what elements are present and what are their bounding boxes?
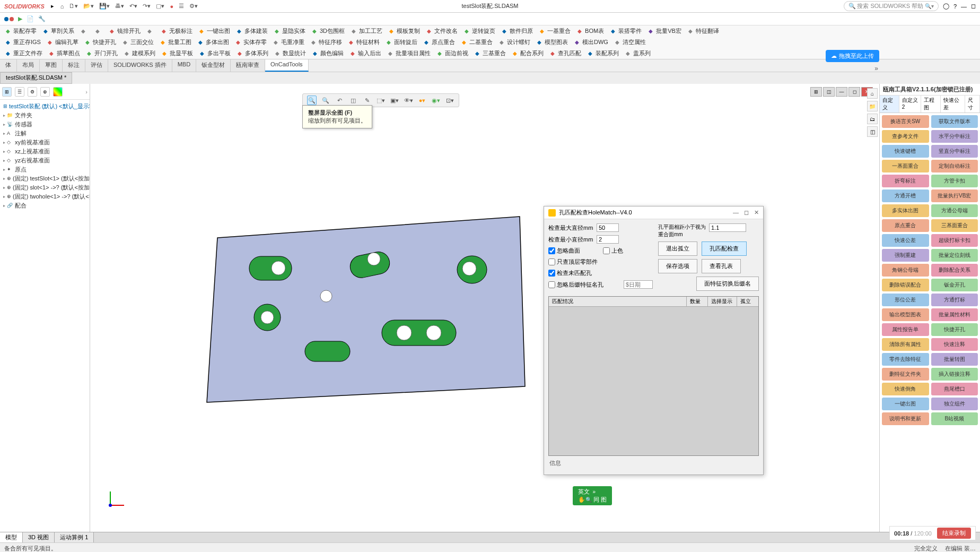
zoom-area-icon[interactable]: 🔍 xyxy=(321,96,330,105)
ribbon-cmd[interactable]: ◆文件改名 xyxy=(423,27,460,36)
save-icon[interactable]: 💾▾ xyxy=(99,3,110,10)
toolbox-button[interactable]: 快速键槽 xyxy=(882,145,929,158)
tree-item[interactable]: ▸🔗配合 xyxy=(2,201,88,210)
ribbon-cmd[interactable]: ◆逆转旋页 xyxy=(461,27,497,36)
ribbon-cmd[interactable]: ◆建模系列 xyxy=(121,49,158,58)
save-options-button[interactable]: 保存选项 xyxy=(658,259,697,273)
display-manager-icon[interactable] xyxy=(53,87,63,97)
toolbox-button[interactable]: 插入链接注释 xyxy=(931,368,978,381)
ribbon-cmd[interactable]: ◆原点重合 xyxy=(421,38,457,47)
motion-tab[interactable]: 3D 视图 xyxy=(23,532,55,542)
ribbon-cmd[interactable]: ◆毛重净重 xyxy=(270,38,307,47)
vp-restore-icon[interactable]: ◻ xyxy=(848,87,860,97)
col-select-show[interactable]: 选择显示 xyxy=(708,297,737,306)
ribbon-cmd[interactable]: ◆ xyxy=(92,27,105,36)
toolbox-button[interactable]: 零件去除特征 xyxy=(882,353,929,366)
toolbox-button[interactable]: 清除所有属性 xyxy=(882,338,929,351)
toolbox-button[interactable]: 超级打标卡扣 xyxy=(931,234,978,247)
base-plate[interactable] xyxy=(207,217,525,402)
ribbon-cmd[interactable]: ◆特征翻译 xyxy=(685,27,721,36)
ribbon-cmd[interactable]: ◆编辑孔草 xyxy=(44,38,81,47)
tree-item[interactable]: ▸⊕(固定) testSlot<1> (默认<按加工… xyxy=(2,174,88,183)
tree-expand-icon[interactable]: ▸ xyxy=(3,158,5,163)
hole-5a[interactable] xyxy=(397,325,412,340)
macro-play-icon[interactable]: ▶ xyxy=(18,15,22,22)
macro-tool-icon[interactable]: 🔧 xyxy=(38,15,46,22)
ribbon-cmd[interactable]: ◆特征材料 xyxy=(345,38,382,47)
ribbon-cmd[interactable]: ◆面边前视 xyxy=(434,49,470,58)
toolbox-tab[interactable]: 工程图 xyxy=(921,96,941,113)
upload-badge[interactable]: ☁ 拖拽至此上传 xyxy=(826,50,879,62)
ribbon-cmd[interactable]: ◆一基重合 xyxy=(536,27,573,36)
ribbon-cmd[interactable]: ◆查孔匹配 xyxy=(547,49,583,58)
toolbox-button[interactable]: 方管卡扣 xyxy=(931,175,978,187)
view-palette-icon[interactable]: ◫ xyxy=(867,126,878,137)
ribbon-cmd[interactable]: ◆三基重合 xyxy=(471,49,508,58)
command-tab[interactable]: 钣金型材 xyxy=(196,59,231,72)
document-tab[interactable]: testSlot装配.SLDASM * xyxy=(0,72,72,84)
toolbox-button[interactable]: 获取文件版本 xyxy=(931,115,978,128)
date-input[interactable] xyxy=(624,280,653,289)
select-icon[interactable]: ▢▾ xyxy=(156,3,164,10)
macro-edit-icon[interactable]: 📄 xyxy=(27,15,34,22)
tree-item[interactable]: ▸📁文件夹 xyxy=(2,111,88,120)
restore-icon[interactable]: ◻ xyxy=(971,3,976,10)
search-input[interactable]: 🔍 搜索 SOLIDWORKS 帮助 🔍▾ xyxy=(844,1,939,11)
dialog-maximize-icon[interactable]: ◻ xyxy=(744,209,749,216)
max-diameter-input[interactable] xyxy=(597,223,619,232)
exit-isolate-button[interactable]: 退出孤立 xyxy=(658,242,697,256)
toolbox-button[interactable]: 说明书和更新 xyxy=(882,412,929,425)
tree-item[interactable]: ▸📡传感器 xyxy=(2,120,88,129)
ime-indicator[interactable]: 英文 » ✋🔍 同 图 xyxy=(573,486,612,505)
top-only-check[interactable] xyxy=(548,258,555,265)
ribbon-cmd[interactable]: ◆颜色编辑 xyxy=(309,49,346,58)
toolbox-button[interactable]: 批量执行VB宏 xyxy=(931,189,978,202)
minimize-icon[interactable]: — xyxy=(961,3,967,10)
toolbox-button[interactable]: 一键出图 xyxy=(882,398,929,410)
command-tab[interactable]: 草图 xyxy=(40,59,63,72)
toolbox-tab[interactable]: 尺寸 xyxy=(965,96,980,113)
ribbon-cmd[interactable]: ◆多体出图 xyxy=(195,38,231,47)
hole-4[interactable] xyxy=(261,311,274,324)
ribbon-cmd[interactable]: ◆多体系列 xyxy=(234,49,270,58)
view-orientation-icon[interactable]: ⬚▾ xyxy=(376,96,386,105)
toolbox-tab[interactable]: 快速公差 xyxy=(941,96,965,113)
ribbon-cmd[interactable]: ◆盖系列 xyxy=(622,49,653,58)
ribbon-cmd[interactable]: ◆无极标注 xyxy=(158,27,195,36)
design-library-icon[interactable]: 📁 xyxy=(867,101,878,111)
tree-expand-icon[interactable]: ▸ xyxy=(3,149,5,154)
ribbon-cmd[interactable]: ◆特征序移 xyxy=(308,38,344,47)
rebuild-icon[interactable]: ● xyxy=(170,3,173,10)
dialog-minimize-icon[interactable]: — xyxy=(733,209,739,216)
toolbox-tab[interactable]: 自定义2 xyxy=(899,96,922,113)
command-tab[interactable]: OnCadTools xyxy=(265,59,309,72)
feature-tree-icon[interactable]: ⊞ xyxy=(2,87,12,97)
ribbon-cmd[interactable]: ◆批量工图 xyxy=(157,38,194,47)
col-isolate[interactable]: 孤立 xyxy=(737,297,758,306)
tree-root[interactable]: ⊞ testSlot装配 (默认) <默认_显示状态-1> xyxy=(2,102,88,111)
toolbox-button[interactable]: 批量属性材料 xyxy=(931,308,978,321)
toolbox-button[interactable]: 删除错误配合 xyxy=(882,279,929,291)
vp-cascade-icon[interactable]: ◫ xyxy=(823,87,835,97)
zoom-fit-icon[interactable]: 🔍 xyxy=(307,96,317,105)
results-body[interactable] xyxy=(549,307,758,455)
slot-6[interactable] xyxy=(305,341,350,361)
edit-appearance-icon[interactable]: ●▾ xyxy=(417,96,427,105)
motion-tab[interactable]: 运动算例 1 xyxy=(55,532,94,542)
toolbox-button[interactable]: 删特征文件夹 xyxy=(882,368,929,381)
tree-item[interactable]: ▸⊕(固定) slot<1> ->? (默认<按加工… xyxy=(2,183,88,192)
view-settings-icon[interactable]: ⊡▾ xyxy=(445,96,454,105)
toolbox-tab[interactable]: 自定义 xyxy=(880,96,899,113)
dynamic-annotation-icon[interactable]: ✎ xyxy=(362,96,372,105)
min-diameter-input[interactable] xyxy=(597,235,619,244)
slot-5[interactable] xyxy=(382,320,456,346)
macro-dot-red[interactable] xyxy=(10,17,14,21)
motion-tab[interactable]: 模型 xyxy=(0,532,23,542)
ribbon-cmd[interactable]: ◆多出平板 xyxy=(196,49,233,58)
sw-resources-icon[interactable]: ⌂ xyxy=(867,88,878,99)
toolbox-button[interactable]: 输出模型图表 xyxy=(882,308,929,321)
ribbon-cmd[interactable]: ◆散件归原 xyxy=(498,27,535,36)
ribbon-cmd[interactable]: ◆显隐实体 xyxy=(271,27,308,36)
ribbon-cmd[interactable]: ◆重正文件存 xyxy=(2,49,45,58)
tree-item[interactable]: ▸◇xz上视基准面 xyxy=(2,147,88,156)
